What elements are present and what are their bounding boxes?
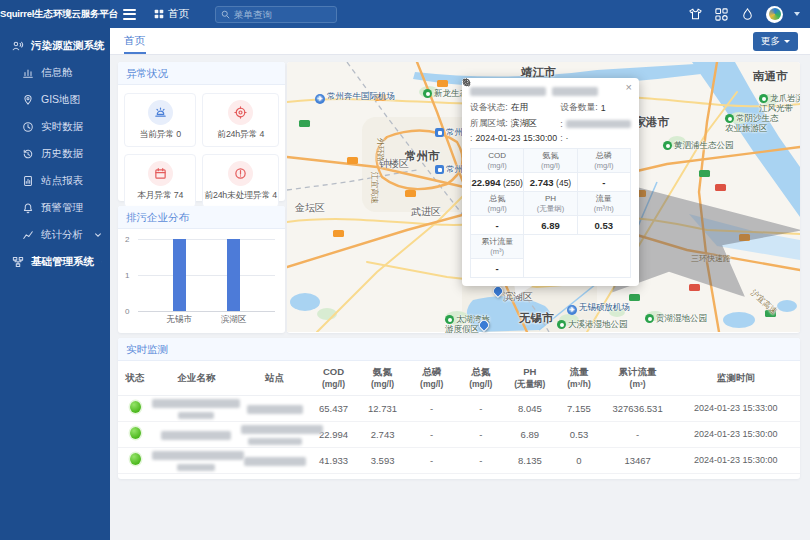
- sidebar-item-gis-map[interactable]: GIS地图: [0, 86, 110, 113]
- reading-value: 65.437: [309, 395, 358, 421]
- sidebar-item-history-data[interactable]: 历史数据: [0, 140, 110, 167]
- monitor-col-header: PH(无量纲): [505, 361, 554, 395]
- y-tick-label: 2: [125, 235, 129, 244]
- report-icon: [22, 175, 34, 187]
- sidebar-item-pollution-monitoring-system[interactable]: 污染源监测系统: [0, 32, 110, 59]
- popup-col-header: 总氮(mg/l): [471, 192, 524, 216]
- realtime-monitor-panel: 实时监测 状态企业名称站点COD(mg/l)氨氮(mg/l)总磷(mg/l)总氮…: [118, 338, 800, 479]
- sidebar-item-label: 站点报表: [41, 174, 83, 188]
- sidebar-item-label: 预警管理: [41, 201, 83, 215]
- popup-col-header: 氨氮(mg/l): [524, 149, 577, 173]
- reading-value: -: [456, 421, 505, 447]
- reading-value: 8.135: [505, 447, 554, 473]
- status-cell: [118, 395, 152, 421]
- device-status-field: 设备状态:在用: [470, 102, 560, 114]
- reading-value: 3.593: [358, 447, 407, 473]
- topbar-actions: [688, 6, 810, 23]
- card-24h-unhandled-abnormal[interactable]: 前24h未处理异常 4: [202, 154, 279, 208]
- main-content: 异常状况 当前异常 0 前24h异常 4 本月异常 74 前24h未处理异常 4…: [110, 55, 810, 540]
- sidebar-item-statistics[interactable]: 统计分析: [0, 221, 110, 248]
- card-month-abnormal[interactable]: 本月异常 74: [124, 154, 196, 208]
- sidebar-item-base-management-system[interactable]: 基础管理系统: [0, 248, 110, 275]
- card-current-abnormal[interactable]: 当前异常 0: [124, 93, 196, 147]
- map-canvas[interactable]: 常州市无锡市南通市靖江市张家港市钟楼区武进区滨湖区金坛区常州北站常州站✈常州奔牛…: [287, 62, 800, 333]
- status-dot: [130, 401, 141, 413]
- hamburger-menu-icon[interactable]: [116, 0, 142, 28]
- flame-icon[interactable]: [740, 7, 755, 22]
- table-row[interactable]: 22.9942.743--6.890.53- 2024-01-23 15:30:…: [118, 421, 800, 447]
- sidebar-item-alert-management[interactable]: 预警管理: [0, 194, 110, 221]
- monitor-col-header: 总磷(mg/l): [407, 361, 456, 395]
- popup-col-header: 流量(m³/h): [577, 192, 630, 216]
- breadcrumb[interactable]: 首页: [154, 7, 189, 21]
- popup-value: -: [471, 259, 524, 278]
- close-icon[interactable]: ×: [626, 82, 632, 93]
- reading-value: 13467: [604, 447, 672, 473]
- sidebar-item-label: 基础管理系统: [31, 255, 94, 269]
- site-name-redacted: [241, 395, 309, 421]
- alarm-target-icon: [228, 100, 253, 125]
- layout-components-icon[interactable]: [714, 7, 729, 22]
- search-icon: [221, 10, 230, 19]
- reading-value: 2.743: [358, 421, 407, 447]
- site-name-redacted: [241, 421, 309, 447]
- reading-value: 0: [554, 447, 603, 473]
- reading-value: 327636.531: [604, 395, 672, 421]
- monitor-col-header: 累计流量(m³): [604, 361, 672, 395]
- tab-bar: 首页 更多: [110, 28, 810, 55]
- monitor-table: 状态企业名称站点COD(mg/l)氨氮(mg/l)总磷(mg/l)总氮(mg/l…: [118, 361, 800, 474]
- device-title-redacted: [470, 87, 631, 96]
- abnormal-status-panel: 异常状况 当前异常 0 前24h异常 4 本月异常 74 前24h未处理异常 4: [118, 62, 285, 201]
- monitor-system-icon: [12, 40, 24, 52]
- bar-无锡市: [173, 239, 186, 311]
- y-tick-label: 1: [125, 271, 129, 280]
- more-button[interactable]: 更多: [753, 32, 798, 51]
- reading-value: -: [407, 447, 456, 473]
- menu-search[interactable]: [215, 6, 337, 23]
- popup-col-header: COD(mg/l): [471, 149, 524, 173]
- monitor-col-header: 企业名称: [152, 361, 241, 395]
- enterprise-name-redacted: [152, 421, 241, 447]
- sidebar-item-label: 历史数据: [41, 147, 83, 161]
- device-readings-table: COD(mg/l)氨氮(mg/l)总磷(mg/l)22.994 (250)2.7…: [470, 148, 631, 278]
- popup-value: 0.53: [577, 216, 630, 235]
- device-count-field: 设备数量:1: [560, 102, 631, 114]
- sidebar-item-label: 统计分析: [41, 228, 83, 242]
- clock-icon: [22, 121, 34, 133]
- reading-value: 12.731: [358, 395, 407, 421]
- sidebar-item-info-cabin[interactable]: 信息舱: [0, 59, 110, 86]
- avatar[interactable]: [766, 6, 783, 23]
- sidebar-item-realtime-data[interactable]: 实时数据: [0, 113, 110, 140]
- history-icon: [22, 148, 34, 160]
- bell-icon: [22, 202, 34, 214]
- app-logo: Squirrel生态环境云服务平台: [0, 0, 110, 28]
- theme-skin-icon[interactable]: [688, 7, 703, 22]
- reading-value: -: [604, 421, 672, 447]
- breadcrumb-home: 首页: [168, 7, 189, 21]
- sidebar-item-site-report[interactable]: 站点报表: [0, 167, 110, 194]
- popup-value: -: [471, 216, 524, 235]
- reading-value: 6.89: [505, 421, 554, 447]
- sidebar-item-label: 信息舱: [41, 66, 73, 80]
- tab-home[interactable]: 首页: [110, 28, 159, 54]
- monitor-time: 2024-01-23 15:30:00: [672, 447, 800, 473]
- search-input[interactable]: [234, 9, 331, 20]
- x-tick-label: 滨湖区: [221, 314, 247, 326]
- popup-value: 6.89: [524, 216, 577, 235]
- monitor-col-header: 总氮(mg/l): [456, 361, 505, 395]
- table-row[interactable]: 65.43712.731--8.0457.155327636.531 2024-…: [118, 395, 800, 421]
- status-cell: [118, 421, 152, 447]
- device-info-popup: × 设备状态:在用 设备数量:1 所属区域:滨湖区 : :2024-01-23 …: [462, 78, 639, 286]
- calendar-icon: [148, 161, 173, 186]
- panel-title: 异常状况: [118, 62, 285, 85]
- monitor-col-header: 站点: [241, 361, 309, 395]
- card-24h-abnormal[interactable]: 前24h异常 4: [202, 93, 279, 147]
- status-cell: [118, 447, 152, 473]
- reading-value: -: [456, 447, 505, 473]
- reading-value: 7.155: [554, 395, 603, 421]
- reading-value: -: [407, 395, 456, 421]
- bar-滨湖区: [227, 239, 240, 311]
- monitor-col-header: 监测时间: [672, 361, 800, 395]
- chevron-down-icon[interactable]: [794, 12, 800, 16]
- table-row[interactable]: 41.9333.593--8.135013467 2024-01-23 15:3…: [118, 447, 800, 473]
